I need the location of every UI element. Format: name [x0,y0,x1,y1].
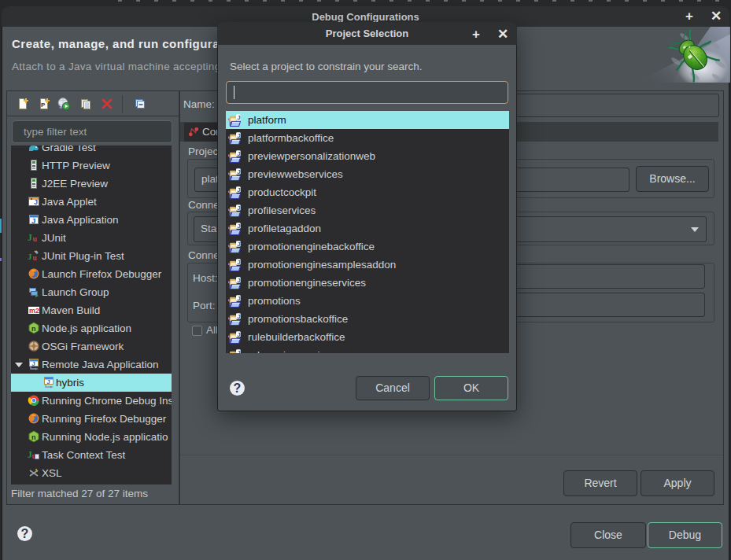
svg-text:J: J [237,150,240,157]
svg-text:J: J [237,241,240,248]
svg-text:J: J [34,198,38,206]
svg-text:u: u [33,234,38,243]
svg-text:J: J [237,277,240,284]
svg-text:J: J [237,204,240,212]
svg-text:n: n [31,325,36,333]
svg-text:J: J [237,313,240,320]
svg-text:J: J [32,360,35,367]
svg-text:J: J [237,223,240,230]
svg-text:J: J [237,259,240,266]
svg-text:J: J [28,233,32,242]
svg-text:J: J [237,168,240,175]
svg-text:J: J [237,132,240,139]
svg-text:J: J [31,216,35,225]
svg-text:J: J [28,252,32,261]
svg-text:n: n [31,433,36,441]
svg-text:m2: m2 [29,307,39,315]
svg-text:J: J [47,378,50,385]
svg-text:J: J [237,114,240,121]
svg-text:J: J [237,186,240,193]
svg-text:J: J [237,349,240,353]
svg-text:P: P [41,101,46,109]
svg-text:J: J [237,295,240,302]
svg-text:J: J [237,331,240,338]
svg-text:u: u [33,254,38,262]
